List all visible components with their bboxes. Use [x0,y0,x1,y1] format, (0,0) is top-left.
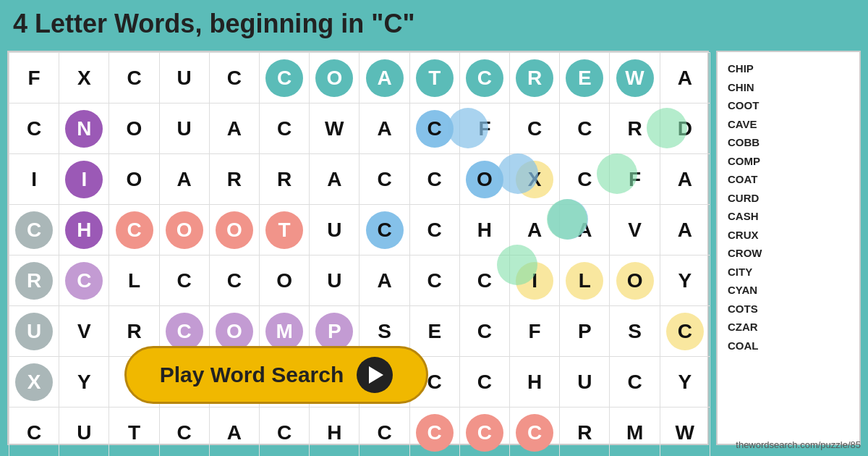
cell-7-4[interactable]: A [209,408,259,457]
cell-7-13[interactable]: W [660,408,710,457]
cell-1-10[interactable]: C [510,104,560,154]
cell-7-10[interactable]: C [510,408,560,457]
cell-3-4[interactable]: O [209,205,259,256]
cell-2-11[interactable]: C [560,154,610,205]
cell-3-9[interactable]: H [459,205,509,256]
cell-0-10[interactable]: R [510,53,560,104]
cell-4-9[interactable]: C [459,256,509,306]
play-word-search-button[interactable]: Play Word Search [124,346,428,404]
cell-3-12[interactable]: V [610,205,660,256]
cell-4-6[interactable]: U [310,256,359,306]
cell-0-7[interactable]: A [359,53,409,104]
cell-7-1[interactable]: U [59,408,109,457]
cell-5-13[interactable]: C [660,306,710,357]
cell-2-1[interactable]: I [59,154,109,205]
cell-1-1[interactable]: N [59,104,109,154]
cell-2-8[interactable]: C [409,154,459,205]
cell-3-10[interactable]: A [510,205,560,256]
cell-4-4[interactable]: C [209,256,259,306]
cell-7-0[interactable]: C [9,408,59,457]
cell-0-0[interactable]: F [9,53,59,104]
cell-1-11[interactable]: C [560,104,610,154]
cell-4-10[interactable]: I [510,256,560,306]
cell-0-1[interactable]: X [59,53,109,104]
cell-1-4[interactable]: A [209,104,259,154]
cell-4-1[interactable]: C [59,256,109,306]
cell-3-3[interactable]: O [159,205,209,256]
cell-7-12[interactable]: M [610,408,660,457]
cell-2-5[interactable]: R [260,154,310,205]
cell-6-10[interactable]: H [510,357,560,408]
cell-2-9[interactable]: O [459,154,509,205]
cell-2-4[interactable]: R [209,154,259,205]
cell-4-12[interactable]: O [610,256,660,306]
cell-1-6[interactable]: W [310,104,359,154]
cell-4-11[interactable]: L [560,256,610,306]
cell-4-7[interactable]: A [359,256,409,306]
cell-1-9[interactable]: F [459,104,509,154]
cell-7-7[interactable]: C [359,408,409,457]
cell-0-12[interactable]: W [610,53,660,104]
cell-5-1[interactable]: V [59,306,109,357]
cell-5-8[interactable]: E [409,306,459,357]
cell-6-1[interactable]: Y [59,357,109,408]
cell-3-0[interactable]: C [9,205,59,256]
cell-0-3[interactable]: U [159,53,209,104]
cell-3-2[interactable]: C [109,205,159,256]
cell-3-13[interactable]: A [660,205,710,256]
cell-0-5[interactable]: C [260,53,310,104]
cell-7-6[interactable]: H [310,408,359,457]
cell-1-12[interactable]: R [610,104,660,154]
cell-6-13[interactable]: Y [660,357,710,408]
cell-2-13[interactable]: A [660,154,710,205]
cell-0-6[interactable]: O [310,53,359,104]
cell-1-0[interactable]: C [9,104,59,154]
cell-5-9[interactable]: C [459,306,509,357]
cell-5-12[interactable]: S [610,306,660,357]
cell-2-10[interactable]: X [510,154,560,205]
cell-6-12[interactable]: C [610,357,660,408]
cell-1-5[interactable]: C [260,104,310,154]
cell-2-0[interactable]: I [9,154,59,205]
cell-0-13[interactable]: A [660,53,710,104]
cell-3-7[interactable]: C [359,205,409,256]
cell-4-8[interactable]: C [409,256,459,306]
cell-4-13[interactable]: Y [660,256,710,306]
cell-4-5[interactable]: O [260,256,310,306]
cell-3-1[interactable]: H [59,205,109,256]
cell-2-12[interactable]: F [610,154,660,205]
cell-7-11[interactable]: R [560,408,610,457]
cell-2-2[interactable]: O [109,154,159,205]
cell-4-2[interactable]: L [109,256,159,306]
cell-0-9[interactable]: C [459,53,509,104]
cell-5-11[interactable]: P [560,306,610,357]
cell-7-2[interactable]: T [109,408,159,457]
cell-3-8[interactable]: C [409,205,459,256]
cell-7-8[interactable]: C [409,408,459,457]
cell-5-0[interactable]: U [9,306,59,357]
cell-6-9[interactable]: C [459,357,509,408]
cell-0-4[interactable]: C [209,53,259,104]
cell-7-9[interactable]: C [459,408,509,457]
cell-4-3[interactable]: C [159,256,209,306]
cell-1-7[interactable]: A [359,104,409,154]
cell-6-0[interactable]: X [9,357,59,408]
cell-0-8[interactable]: T [409,53,459,104]
cell-2-3[interactable]: A [159,154,209,205]
cell-4-0[interactable]: R [9,256,59,306]
cell-7-5[interactable]: C [260,408,310,457]
cell-3-5[interactable]: T [260,205,310,256]
cell-5-10[interactable]: F [510,306,560,357]
cell-0-2[interactable]: C [109,53,159,104]
cell-3-11[interactable]: A [560,205,610,256]
cell-2-6[interactable]: A [310,154,359,205]
cell-6-11[interactable]: U [560,357,610,408]
cell-7-3[interactable]: C [159,408,209,457]
cell-1-3[interactable]: U [159,104,209,154]
cell-0-11[interactable]: E [560,53,610,104]
cell-1-13[interactable]: D [660,104,710,154]
cell-1-8[interactable]: C [409,104,459,154]
cell-1-2[interactable]: O [109,104,159,154]
cell-3-6[interactable]: U [310,205,359,256]
cell-2-7[interactable]: C [359,154,409,205]
